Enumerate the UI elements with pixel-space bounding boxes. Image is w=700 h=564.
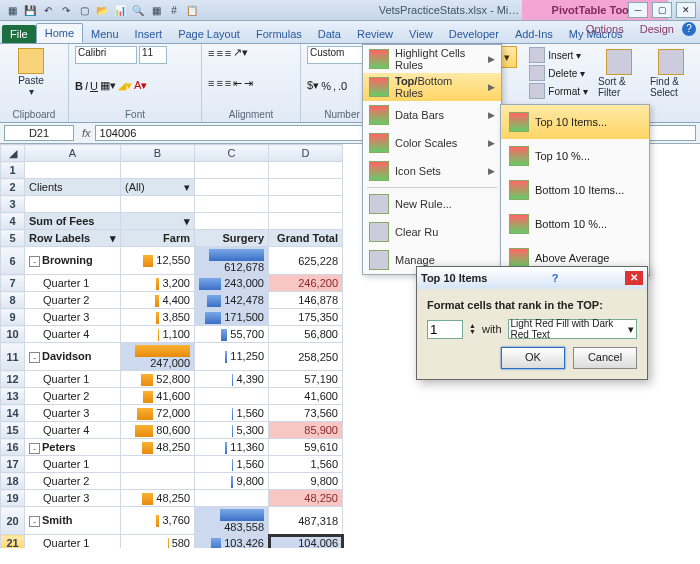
cf-item[interactable]: Highlight Cells Rules▶ bbox=[363, 45, 501, 73]
row-header[interactable]: 3 bbox=[1, 196, 25, 213]
expand-icon[interactable]: - bbox=[29, 352, 40, 363]
align-left-icon[interactable]: ≡ bbox=[208, 77, 214, 89]
farm-cell[interactable]: 48,250 bbox=[121, 439, 195, 456]
border-icon[interactable]: ▦ bbox=[148, 2, 164, 18]
chart-icon[interactable]: 📊 bbox=[112, 2, 128, 18]
farm-cell[interactable] bbox=[121, 456, 195, 473]
expand-icon[interactable]: - bbox=[29, 443, 40, 454]
row-header[interactable]: 18 bbox=[1, 473, 25, 490]
total-cell[interactable]: 487,318 bbox=[269, 507, 343, 535]
total-cell[interactable]: 258,250 bbox=[269, 343, 343, 371]
farm-cell[interactable]: 580 bbox=[121, 535, 195, 548]
total-cell[interactable]: 57,190 bbox=[269, 371, 343, 388]
align-mid-icon[interactable]: ≡ bbox=[216, 47, 222, 59]
rowlabel-cell[interactable]: Quarter 1 bbox=[25, 371, 121, 388]
open-icon[interactable]: 📂 bbox=[94, 2, 110, 18]
surgery-cell[interactable]: 1,560 bbox=[195, 405, 269, 422]
surgery-cell[interactable]: 483,558 bbox=[195, 507, 269, 535]
clients-filter[interactable]: (All) ▾ bbox=[121, 179, 195, 196]
ctxtab-options[interactable]: Options bbox=[578, 20, 632, 38]
rowlabel-cell[interactable]: Quarter 1 bbox=[25, 535, 121, 548]
rowlabel-cell[interactable]: -Browning bbox=[25, 247, 121, 275]
indent-inc-icon[interactable]: ⇥ bbox=[244, 77, 253, 90]
delete-button[interactable]: Delete ▾ bbox=[525, 64, 592, 82]
redo-icon[interactable]: ↷ bbox=[58, 2, 74, 18]
col-header[interactable]: D bbox=[269, 145, 343, 162]
total-cell[interactable]: 48,250 bbox=[269, 490, 343, 507]
colfield-drop[interactable]: ▾ bbox=[121, 213, 195, 230]
rowlabel-cell[interactable]: Quarter 4 bbox=[25, 326, 121, 343]
cf-sub-item[interactable]: Bottom 10 Items... bbox=[501, 173, 649, 207]
tab-insert[interactable]: Insert bbox=[127, 25, 171, 43]
farm-cell[interactable]: 4,400 bbox=[121, 292, 195, 309]
total-cell[interactable]: 9,800 bbox=[269, 473, 343, 490]
rowlabel-cell[interactable]: Quarter 3 bbox=[25, 309, 121, 326]
number-format[interactable]: Custom bbox=[307, 46, 365, 64]
col-header[interactable]: A bbox=[25, 145, 121, 162]
inc-dec-icon[interactable]: .0 bbox=[338, 80, 347, 92]
total-cell[interactable]: 85,900 bbox=[269, 422, 343, 439]
cf-item[interactable]: Data Bars▶ bbox=[363, 101, 501, 129]
row-header[interactable]: 7 bbox=[1, 275, 25, 292]
find-select-button[interactable]: Find & Select bbox=[646, 46, 696, 100]
surgery-cell[interactable]: 5,300 bbox=[195, 422, 269, 439]
align-bot-icon[interactable]: ≡ bbox=[225, 47, 231, 59]
bold-button[interactable]: B bbox=[75, 80, 83, 92]
farm-cell[interactable]: 1,100 bbox=[121, 326, 195, 343]
surgery-cell[interactable]: 9,800 bbox=[195, 473, 269, 490]
total-cell[interactable]: 146,878 bbox=[269, 292, 343, 309]
row-header[interactable]: 12 bbox=[1, 371, 25, 388]
rowlabel-cell[interactable]: Quarter 1 bbox=[25, 275, 121, 292]
printprev-icon[interactable]: 🔍 bbox=[130, 2, 146, 18]
row-header[interactable]: 20 bbox=[1, 507, 25, 535]
format-button[interactable]: Format ▾ bbox=[525, 82, 592, 100]
surgery-cell[interactable]: 103,426 bbox=[195, 535, 269, 548]
currency-icon[interactable]: $▾ bbox=[307, 79, 319, 92]
total-cell[interactable]: 246,200 bbox=[269, 275, 343, 292]
font-size[interactable]: 11 bbox=[139, 46, 167, 64]
rowlabel-cell[interactable]: Quarter 1 bbox=[25, 456, 121, 473]
expand-icon[interactable]: - bbox=[29, 256, 40, 267]
total-cell[interactable]: 104,006 bbox=[269, 535, 343, 548]
row-header[interactable]: 21 bbox=[1, 535, 25, 548]
farm-cell[interactable]: 52,800 bbox=[121, 371, 195, 388]
rowlabel-cell[interactable]: Quarter 2 bbox=[25, 292, 121, 309]
farm-cell[interactable] bbox=[121, 473, 195, 490]
farm-cell[interactable]: 41,600 bbox=[121, 388, 195, 405]
ok-button[interactable]: OK bbox=[501, 347, 565, 369]
rowlabel-cell[interactable]: Quarter 2 bbox=[25, 473, 121, 490]
cf-sub-item[interactable]: Top 10 %... bbox=[501, 139, 649, 173]
cf-sub-item[interactable]: Bottom 10 %... bbox=[501, 207, 649, 241]
row-header[interactable]: 15 bbox=[1, 422, 25, 439]
paste-icon[interactable]: 📋 bbox=[184, 2, 200, 18]
cf-item[interactable]: Color Scales▶ bbox=[363, 129, 501, 157]
tab-pagelayout[interactable]: Page Layout bbox=[170, 25, 248, 43]
rowlabel-cell[interactable]: -Davidson bbox=[25, 343, 121, 371]
undo-icon[interactable]: ↶ bbox=[40, 2, 56, 18]
row-header[interactable]: 5 bbox=[1, 230, 25, 247]
expand-icon[interactable]: - bbox=[29, 516, 40, 527]
close-button[interactable]: ✕ bbox=[676, 2, 696, 18]
tab-add-ins[interactable]: Add-Ins bbox=[507, 25, 561, 43]
cf-sub-item[interactable]: Top 10 Items... bbox=[501, 105, 649, 139]
rowlabel-cell[interactable]: Quarter 2 bbox=[25, 388, 121, 405]
fontcolor-button[interactable]: A▾ bbox=[134, 79, 147, 92]
cf-extra[interactable]: New Rule... bbox=[363, 190, 501, 218]
row-header[interactable]: 17 bbox=[1, 456, 25, 473]
total-cell[interactable]: 175,350 bbox=[269, 309, 343, 326]
tab-menu[interactable]: Menu bbox=[83, 25, 127, 43]
restore-button[interactable]: ▢ bbox=[652, 2, 672, 18]
tab-formulas[interactable]: Formulas bbox=[248, 25, 310, 43]
row-header[interactable]: 10 bbox=[1, 326, 25, 343]
surgery-cell[interactable]: 612,678 bbox=[195, 247, 269, 275]
format-style-combo[interactable]: Light Red Fill with Dark Red Text▾ bbox=[508, 319, 638, 339]
sort-filter-button[interactable]: Sort & Filter bbox=[594, 46, 644, 100]
total-cell[interactable]: 1,560 bbox=[269, 456, 343, 473]
row-header[interactable]: 9 bbox=[1, 309, 25, 326]
farm-cell[interactable]: 80,600 bbox=[121, 422, 195, 439]
row-header[interactable]: 4 bbox=[1, 213, 25, 230]
minimize-button[interactable]: ─ bbox=[628, 2, 648, 18]
new-icon[interactable]: ▢ bbox=[76, 2, 92, 18]
tab-home[interactable]: Home bbox=[36, 23, 83, 43]
rowlabel-cell[interactable]: Quarter 4 bbox=[25, 422, 121, 439]
